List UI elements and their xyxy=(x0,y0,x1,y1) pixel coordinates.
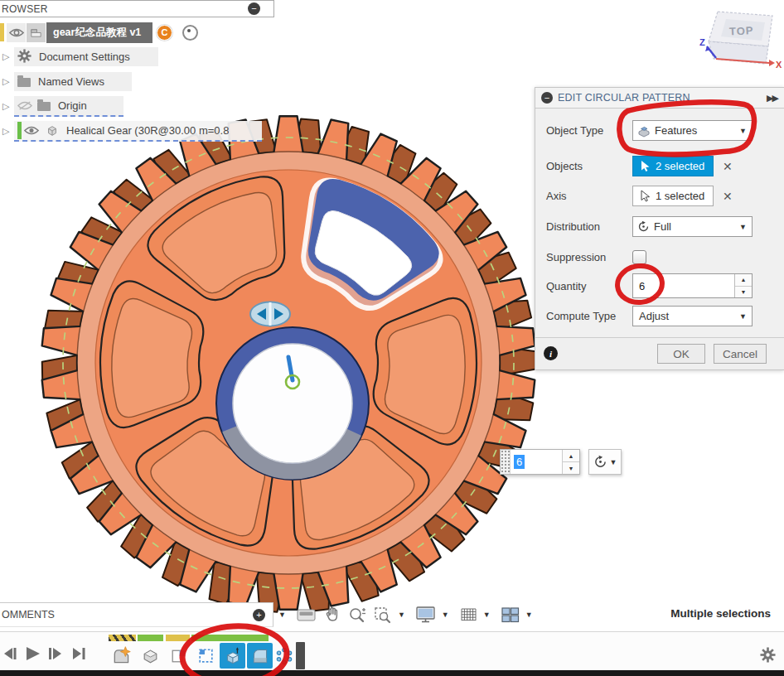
timeline-end-marker[interactable] xyxy=(296,642,305,669)
browser-root-row[interactable]: gear纪念品教程 v1 C xyxy=(0,22,198,42)
timeline-marker-feature[interactable] xyxy=(138,635,163,641)
compute-type-label: Compute Type xyxy=(546,310,632,322)
objects-label: Objects xyxy=(546,160,632,172)
display-dropdown-icon[interactable]: ▼ xyxy=(442,611,449,619)
pan-icon[interactable] xyxy=(322,605,342,625)
timeline-item-rectangular-pattern[interactable] xyxy=(193,643,219,669)
viewcube-top-label[interactable]: TOP xyxy=(729,24,754,38)
sync-status-badge[interactable]: C xyxy=(157,25,172,41)
compute-type-row: Compute Type Adjust ▼ xyxy=(546,306,774,326)
ok-button[interactable]: OK xyxy=(657,344,705,364)
timeline-item-sketch[interactable] xyxy=(166,643,191,669)
circular-pattern-icon xyxy=(593,455,607,469)
axis-select-button[interactable]: 1 selected xyxy=(632,186,714,206)
fit-dropdown-icon[interactable]: ▼ xyxy=(398,611,405,619)
orbit-icon[interactable] xyxy=(296,606,317,623)
dialog-expand-icon[interactable]: ▶▶ xyxy=(767,93,777,104)
axis-count: 1 selected xyxy=(656,190,704,202)
quantity-label: Quantity xyxy=(546,280,632,292)
browser-row-healical-gear[interactable]: ▷ Healical Gear (30R@30.00 m=0.8 xyxy=(0,122,262,141)
floating-increment-icon[interactable]: ▲ xyxy=(563,450,579,462)
object-type-row: Object Type Features ▼ xyxy=(546,120,774,141)
timeline-item-circular-pattern[interactable] xyxy=(274,643,294,669)
add-comment-icon[interactable]: + xyxy=(253,609,265,621)
objects-row: Objects 2 selected ✕ xyxy=(546,156,774,176)
features-icon xyxy=(637,124,651,138)
cancel-button[interactable]: Cancel xyxy=(714,344,767,364)
axis-clear-icon[interactable]: ✕ xyxy=(723,190,733,203)
distribution-value: Full xyxy=(654,220,739,233)
viewcube[interactable]: TOP Z X xyxy=(686,0,784,89)
timeline-go-to-end-button[interactable] xyxy=(70,646,88,661)
grid-dropdown-icon[interactable]: ▼ xyxy=(483,611,491,619)
dialog-header[interactable]: − EDIT CIRCULAR PATTERN ▶▶ xyxy=(535,88,784,109)
settings-gear-icon xyxy=(17,49,31,65)
distribution-dropdown[interactable]: Full ▼ xyxy=(632,216,753,237)
gear-3d-view[interactable] xyxy=(0,106,588,630)
bottom-edge-strip xyxy=(0,670,784,676)
distribution-label: Distribution xyxy=(546,220,632,233)
root-document-label[interactable]: gear纪念品教程 v1 xyxy=(46,22,152,43)
timeline-marker-sketch[interactable] xyxy=(109,635,136,641)
timeline-marker-sketch2[interactable] xyxy=(166,635,190,641)
timeline-item-sketch-create[interactable] xyxy=(109,643,134,669)
object-type-dropdown[interactable]: Features ▼ xyxy=(632,120,753,141)
viewports-icon[interactable] xyxy=(501,606,520,624)
expand-arrow-icon[interactable]: ▷ xyxy=(2,126,14,137)
objects-clear-icon[interactable]: ✕ xyxy=(723,160,733,173)
browser-row-named-views[interactable]: ▷ Named Views xyxy=(0,72,132,91)
grid-snaps-icon[interactable] xyxy=(459,606,478,624)
root-accent-bar xyxy=(0,23,4,41)
browser-row-document-settings[interactable]: ▷ Document Settings xyxy=(0,47,158,66)
suppression-checkbox[interactable] xyxy=(632,250,646,264)
timeline-settings-gear-icon[interactable] xyxy=(760,647,776,665)
objects-select-button[interactable]: 2 selected xyxy=(632,156,714,176)
info-icon[interactable]: i xyxy=(544,346,558,360)
timeline-play-button[interactable] xyxy=(23,646,41,661)
zoom-icon[interactable] xyxy=(347,606,368,625)
dialog-collapse-icon[interactable]: − xyxy=(541,92,553,104)
floating-quantity-input[interactable]: 6 ▲ ▼ xyxy=(500,449,580,475)
object-type-value: Features xyxy=(655,124,739,137)
floating-decrement-icon[interactable]: ▼ xyxy=(563,462,579,474)
expand-arrow-icon[interactable]: ▷ xyxy=(2,101,14,112)
browser-title: ROWSER xyxy=(2,3,248,15)
browser-row-origin[interactable]: ▷ Origin xyxy=(0,97,123,116)
row-label: Named Views xyxy=(38,75,104,88)
hidden-eye-icon[interactable] xyxy=(17,100,32,111)
timeline-go-to-start-button[interactable] xyxy=(2,646,20,661)
comment-dropdown-icon[interactable]: ▼ xyxy=(278,611,286,619)
browser-panel-header[interactable]: ROWSER − xyxy=(0,0,274,17)
chevron-down-icon: ▼ xyxy=(739,223,747,231)
objects-count: 2 selected xyxy=(656,160,704,172)
pattern-type-button[interactable]: ▼ xyxy=(588,449,622,475)
browser-collapse-icon[interactable]: − xyxy=(248,2,260,15)
display-settings-icon[interactable] xyxy=(415,606,437,625)
folder-icon xyxy=(37,102,51,111)
timeline-bar xyxy=(0,631,784,672)
timeline-marker-group[interactable] xyxy=(191,635,269,641)
timeline-item-extrude[interactable] xyxy=(138,643,163,669)
compute-type-dropdown[interactable]: Adjust ▼ xyxy=(632,306,753,326)
comments-bar[interactable]: OMMENTS + xyxy=(0,602,273,627)
timeline-item-fillet-selected[interactable] xyxy=(247,643,273,669)
axis-row: Axis 1 selected ✕ xyxy=(546,186,774,206)
timeline-step-forward-button[interactable] xyxy=(46,646,65,661)
quantity-decrement-icon[interactable]: ▼ xyxy=(735,287,752,298)
body-cube-icon xyxy=(46,124,59,138)
activate-component-radio[interactable] xyxy=(182,25,198,41)
quantity-increment-icon[interactable]: ▲ xyxy=(735,274,752,287)
quantity-value[interactable]: 6 xyxy=(633,274,734,297)
active-body-bar xyxy=(17,122,22,139)
timeline-item-extrude-selected[interactable] xyxy=(220,643,245,669)
expand-arrow-icon[interactable]: ▷ xyxy=(2,76,14,87)
fit-icon[interactable] xyxy=(373,606,393,625)
drag-handle[interactable] xyxy=(501,450,511,474)
visibility-eye-icon[interactable] xyxy=(24,125,39,136)
quantity-input[interactable]: 6 ▲ ▼ xyxy=(632,273,753,298)
floating-quantity-value[interactable]: 6 xyxy=(514,455,525,469)
visibility-eye-icon[interactable] xyxy=(7,23,26,42)
expand-arrow-icon[interactable]: ▷ xyxy=(2,51,14,62)
x-axis-arrow xyxy=(769,60,775,66)
cursor-icon xyxy=(640,190,651,202)
